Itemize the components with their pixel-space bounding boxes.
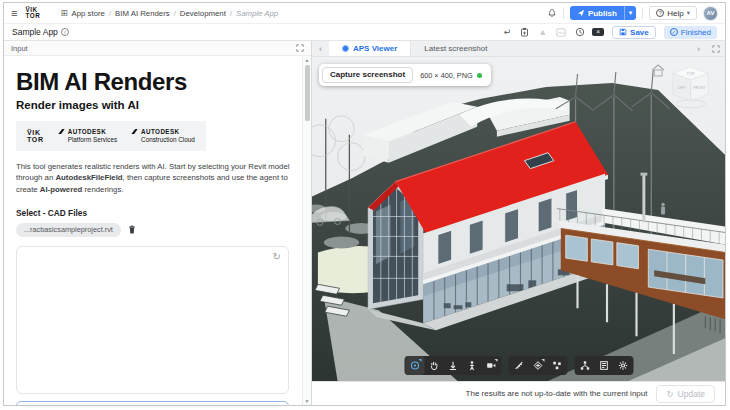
user-avatar[interactable]: AV <box>703 6 718 21</box>
history-clock-icon[interactable] <box>573 27 587 37</box>
hamburger-menu-icon[interactable]: ≡ <box>11 8 17 19</box>
refresh-icon[interactable]: ↻ <box>273 251 281 262</box>
stale-results-message: The results are not up-to-date with the … <box>466 389 648 398</box>
explode-tool[interactable] <box>547 356 566 375</box>
delete-file-trash-icon[interactable] <box>128 225 136 234</box>
collapse-panel-chevron-icon[interactable]: ‹ <box>312 41 329 56</box>
page-subtitle: Render images with AI <box>16 99 289 111</box>
scroll-up-icon[interactable]: ▲ <box>303 57 311 63</box>
results-status-bar: The results are not up-to-date with the … <box>312 381 725 405</box>
capture-bar: Capture screenshot 600 × 400, PNG <box>319 64 491 86</box>
cad-files-field-label: Select - CAD Files <box>16 208 289 218</box>
svg-text:TOP: TOP <box>687 71 695 76</box>
info-icon[interactable]: i <box>61 28 69 36</box>
publish-icon <box>577 9 585 17</box>
breadcrumb-separator: / <box>174 9 176 18</box>
viewer-tab-bar: ‹ APS Viewer Latest screenshot › <box>312 41 725 57</box>
settings-gear-tool[interactable] <box>613 356 632 375</box>
next-tab-chevron-icon[interactable]: › <box>690 41 707 56</box>
app-grid-icon: ⊞ <box>60 8 67 18</box>
aps-3d-canvas[interactable]: TOP LEFT FRONT <box>312 57 725 381</box>
left-panel-scrollbar[interactable]: ▲ ▼ <box>302 56 311 405</box>
properties-tool[interactable] <box>594 356 613 375</box>
save-disk-icon <box>619 28 627 36</box>
app-window: ≡ V̈IK TOR ⊞ App store / BIM AI Renders … <box>3 2 726 406</box>
publish-dropdown-caret[interactable]: ▾ <box>625 6 637 20</box>
svg-text:FRONT: FRONT <box>693 86 706 90</box>
autodesk-platform-services-logo: AUTODESKPlatform Services <box>58 128 117 144</box>
tool-description: This tool generates realistic renders wi… <box>16 161 292 196</box>
clear-backspace-icon[interactable]: × <box>592 28 604 37</box>
help-question-icon: ? <box>656 9 664 17</box>
first-person-tool[interactable] <box>462 356 481 375</box>
viewer-toolbar <box>404 356 633 375</box>
update-refresh-icon: ↻ <box>666 389 673 399</box>
input-panel-header: Input <box>4 41 311 56</box>
section-tool[interactable] <box>528 356 547 375</box>
undo-icon[interactable]: ↵ <box>502 27 514 37</box>
capture-screenshot-button[interactable]: Capture screenshot <box>322 67 413 83</box>
aps-3d-viewer[interactable]: TOP LEFT FRONT Capture screenshot 600 × … <box>312 57 725 381</box>
prompt-input[interactable]: Generate a photorealistic, golden hour, … <box>16 401 289 405</box>
scroll-down-icon[interactable]: ▼ <box>303 398 311 404</box>
clipboard-icon[interactable] <box>518 27 531 37</box>
top-header: ≡ V̈IK TOR ⊞ App store / BIM AI Renders … <box>4 3 725 24</box>
selected-file-chip[interactable]: ...racbasicsampleproject.rvt <box>16 223 121 237</box>
breadcrumb-bim-ai-renders[interactable]: BIM AI Renders <box>115 9 170 18</box>
breadcrumb-separator: / <box>230 9 232 18</box>
zoom-tool[interactable] <box>443 356 462 375</box>
settings-tools-group <box>574 356 633 375</box>
save-button[interactable]: Save <box>612 26 656 39</box>
breadcrumb-sample-app: Sample App <box>236 9 278 18</box>
breadcrumb-separator: / <box>109 9 111 18</box>
breadcrumb-app-store[interactable]: App store <box>72 9 105 18</box>
input-panel: Input BIM AI Renders Render images with … <box>4 41 312 405</box>
viktor-logo[interactable]: V̈IK TOR <box>25 7 40 20</box>
status-green-dot <box>477 73 482 78</box>
notifications-bell-icon[interactable] <box>547 8 557 18</box>
autodesk-construction-cloud-logo: AUTODESKConstruction Cloud <box>131 128 195 144</box>
breadcrumb: ⊞ App store / BIM AI Renders / Developme… <box>60 8 278 18</box>
autodesk-mark-icon <box>58 128 65 135</box>
orbit-tool[interactable] <box>405 356 424 375</box>
help-caret-icon: ▾ <box>687 9 690 17</box>
help-button[interactable]: ? Help ▾ <box>649 6 697 20</box>
tab-latest-screenshot[interactable]: Latest screenshot <box>411 41 500 56</box>
finished-button[interactable]: ✓ Finished <box>664 26 717 39</box>
app-toolbar: Sample App i ↵ ▲ × Save ✓ Finished <box>4 24 725 41</box>
expand-panel-icon[interactable] <box>296 44 304 52</box>
app-name: Sample App i <box>12 27 69 37</box>
pan-tool[interactable] <box>424 356 443 375</box>
breadcrumb-development[interactable]: Development <box>180 9 226 18</box>
publish-button[interactable]: Publish ▾ <box>570 6 636 20</box>
tab-aps-viewer[interactable]: APS Viewer <box>329 41 411 56</box>
analysis-tools-group <box>508 356 567 375</box>
model-browser-tool[interactable] <box>575 356 594 375</box>
agent-chat-card: ↻ <box>16 246 289 394</box>
aps-viewer-icon <box>342 45 349 52</box>
partner-logos: V̈IK TOR AUTODESKPlatform Services AUTOD… <box>16 121 206 151</box>
update-button[interactable]: ↻ Update <box>656 385 715 403</box>
svg-text:LEFT: LEFT <box>677 86 686 90</box>
input-panel-body: BIM AI Renders Render images with AI V̈I… <box>4 56 311 405</box>
viewer-panel: ‹ APS Viewer Latest screenshot › <box>312 41 725 405</box>
check-circle-icon: ✓ <box>670 28 678 36</box>
measure-tool[interactable] <box>509 356 528 375</box>
autodesk-mark-icon <box>131 128 138 135</box>
navigation-tools-group <box>404 356 501 375</box>
fullscreen-icon[interactable] <box>707 41 725 56</box>
viktor-logo-small: V̈IK TOR <box>27 129 44 144</box>
scrollbar-thumb[interactable] <box>305 65 310 121</box>
camera-tool[interactable] <box>481 356 500 375</box>
warning-icon: ▲ <box>536 27 549 37</box>
page-title: BIM AI Renders <box>16 68 289 96</box>
image-icon <box>554 28 568 37</box>
capture-resolution: 600 × 400, PNG <box>420 71 482 80</box>
